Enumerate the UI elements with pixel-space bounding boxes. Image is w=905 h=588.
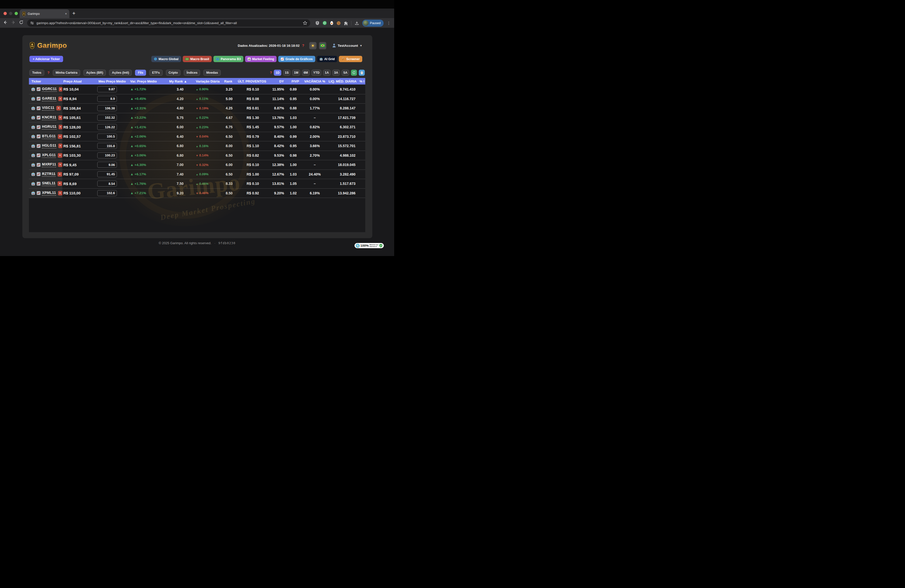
add-ticker-button[interactable]: + Adicionar Ticker	[29, 56, 63, 62]
robot-icon[interactable]	[31, 106, 35, 110]
time-slot-1a[interactable]: 1A	[323, 70, 330, 76]
col-pct-clipped[interactable]: % I	[358, 79, 365, 83]
chart-icon[interactable]	[37, 182, 40, 186]
avg-price-input[interactable]	[97, 96, 117, 102]
chart-icon[interactable]	[37, 97, 40, 100]
col-variacao-diaria[interactable]: Variação Diária	[188, 79, 221, 83]
chart-icon[interactable]	[37, 106, 40, 110]
filter-tab-fiis[interactable]: FIIs	[135, 70, 146, 76]
robot-icon[interactable]	[31, 181, 35, 186]
avg-price-input[interactable]	[97, 181, 117, 187]
robot-icon[interactable]	[31, 134, 35, 138]
theme-toggle-button[interactable]	[309, 42, 316, 49]
remove-ticker-button[interactable]: ×	[58, 97, 62, 101]
avg-price-input[interactable]	[97, 153, 117, 159]
tab-close-icon[interactable]: ×	[65, 12, 67, 16]
time-slot-1s[interactable]: 1S	[283, 70, 291, 76]
filter-help-mark[interactable]: ?	[48, 71, 50, 75]
refresh-button[interactable]	[351, 70, 357, 76]
zoom-window-button[interactable]	[14, 12, 18, 15]
avg-price-input[interactable]	[97, 124, 117, 130]
robot-icon[interactable]	[31, 191, 35, 195]
robot-icon[interactable]	[31, 153, 35, 157]
robot-icon[interactable]	[31, 97, 35, 101]
site-settings-icon[interactable]	[30, 21, 34, 25]
remove-ticker-button[interactable]: ×	[56, 106, 61, 110]
remove-ticker-button[interactable]: ×	[57, 172, 62, 176]
avg-price-input[interactable]	[97, 86, 117, 92]
ticker-link[interactable]: GGRC11	[42, 87, 57, 92]
remove-ticker-button[interactable]: ×	[58, 153, 62, 158]
col-meu-preco[interactable]: Meu Preço Médio	[97, 79, 127, 83]
browser-profile-button[interactable]: Paused	[362, 20, 384, 27]
chart-icon[interactable]	[37, 135, 40, 138]
egg-extension-icon[interactable]	[330, 21, 333, 25]
filter-tab-cripto[interactable]: Cripto	[166, 70, 181, 76]
time-slot-3a[interactable]: 3A	[332, 70, 340, 76]
filter-tab-etfs[interactable]: ETFs	[149, 70, 163, 76]
col-dy[interactable]: DY	[267, 79, 290, 83]
col-pvp[interactable]: P/VP	[290, 79, 301, 83]
robot-icon[interactable]	[31, 144, 35, 148]
browser-menu-icon[interactable]: ⋮	[387, 21, 391, 25]
bookmark-star-icon[interactable]	[303, 21, 307, 25]
mouse-settings-button[interactable]	[359, 70, 365, 76]
col-vacancia[interactable]: VACÂNCIA %	[301, 79, 329, 83]
ticker-link[interactable]: BTLG11	[42, 134, 56, 139]
robot-icon[interactable]	[31, 87, 35, 91]
chart-icon[interactable]	[37, 163, 40, 167]
reload-icon[interactable]	[19, 20, 25, 25]
nav-button-grade-de-gr-ficos[interactable]: Grade de Gráficos	[278, 56, 315, 62]
avg-price-input[interactable]	[97, 143, 117, 149]
ticker-link[interactable]: SNEL11	[42, 181, 56, 186]
filter-tab-ndices[interactable]: Índices	[184, 70, 200, 76]
extensions-puzzle-icon[interactable]	[344, 21, 348, 25]
avg-price-input[interactable]	[97, 115, 117, 121]
shield-extension-icon[interactable]	[316, 21, 319, 25]
col-proventos[interactable]: ÚLT. PROVENTOS	[233, 79, 267, 83]
browser-tab[interactable]: Garimpo ×	[20, 9, 69, 18]
remove-ticker-button[interactable]: ×	[58, 134, 62, 139]
robot-icon[interactable]	[31, 125, 35, 129]
robot-icon[interactable]	[31, 116, 35, 120]
ticker-link[interactable]: GARE11	[42, 96, 56, 101]
robot-icon[interactable]	[31, 163, 35, 167]
filter-tab-todos[interactable]: Todos	[29, 70, 44, 76]
chart-icon[interactable]	[37, 125, 40, 129]
col-rank[interactable]: Rank	[221, 79, 233, 83]
ticker-link[interactable]: HGRU11	[42, 124, 57, 130]
filter-tab-minha-carteira[interactable]: Minha Carteira	[53, 70, 80, 76]
ticker-link[interactable]: HGLG11	[42, 143, 56, 148]
download-icon[interactable]	[355, 21, 359, 25]
col-ticker[interactable]: Ticker	[29, 79, 62, 83]
minimize-window-button[interactable]	[9, 12, 12, 15]
language-toggle-button[interactable]	[319, 42, 326, 49]
remove-ticker-button[interactable]: ×	[57, 181, 62, 186]
nav-button-macro-global[interactable]: Macro Global	[151, 56, 181, 62]
time-slot-5a[interactable]: 5A	[341, 70, 349, 76]
avg-price-input[interactable]	[97, 162, 117, 168]
remove-ticker-button[interactable]: ×	[59, 87, 62, 92]
nav-button-panorama-b3[interactable]: Panorama B3	[213, 56, 243, 62]
filter-tab-moedas[interactable]: Moedas	[203, 70, 221, 76]
time-slot-ytd[interactable]: YTD	[311, 70, 321, 76]
chart-icon[interactable]	[37, 172, 40, 176]
account-menu[interactable]: TestAccount ▼	[332, 43, 362, 48]
ticker-link[interactable]: XPML11	[42, 191, 56, 195]
ticker-link[interactable]: KNCR11	[42, 115, 56, 120]
url-text[interactable]: garimpo.app/?refresh=on&interval=300&sor…	[37, 21, 300, 25]
chart-icon[interactable]	[37, 87, 40, 91]
time-help-mark[interactable]: ?	[270, 71, 272, 75]
time-slot-1d[interactable]: 1D	[274, 70, 281, 76]
cookie-extension-icon[interactable]	[337, 21, 341, 25]
internetnl-seal[interactable]: 100% Website test Internet.nl	[354, 243, 384, 248]
nav-button-market-feeling[interactable]: Market Feeling	[245, 56, 277, 62]
ticker-link[interactable]: XPLG11	[42, 153, 56, 158]
remove-ticker-button[interactable]: ×	[58, 144, 62, 148]
nav-button-macro-brasil[interactable]: Macro Brasil	[183, 56, 212, 62]
forward-icon[interactable]	[11, 20, 17, 25]
chart-icon[interactable]	[37, 153, 40, 157]
ticker-link[interactable]: RZTR11	[42, 172, 56, 177]
nav-button-ai-grid[interactable]: AI Grid	[317, 56, 337, 62]
remove-ticker-button[interactable]: ×	[58, 162, 62, 167]
